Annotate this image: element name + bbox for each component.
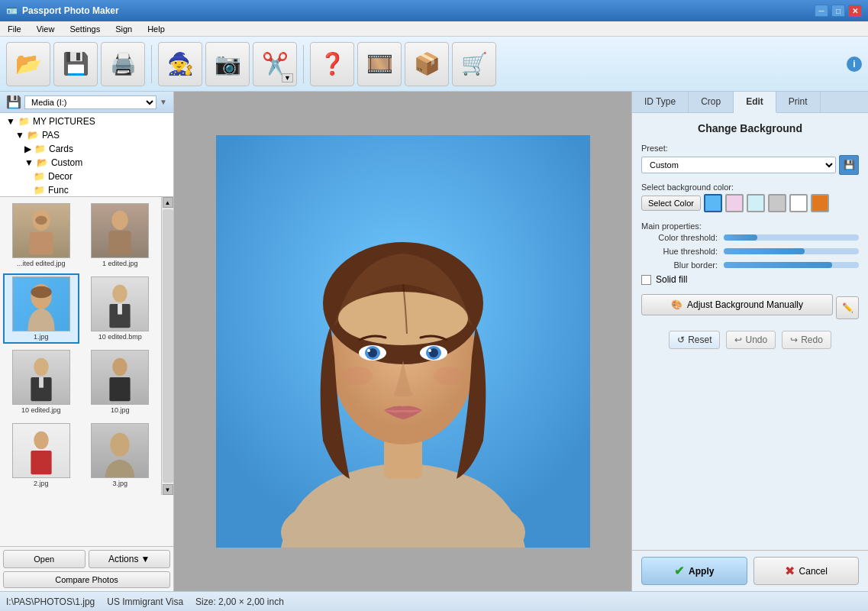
tree-label-func: Func	[48, 185, 69, 196]
toolbar-wizard[interactable]: 🧙	[158, 42, 202, 86]
toolbar-help[interactable]: ❓	[310, 42, 354, 86]
dropdown-arrow: ▼	[160, 98, 167, 106]
redo-button[interactable]: ↪ Redo	[782, 331, 831, 349]
tree-item-cards[interactable]: ▶ 📁 Cards	[0, 142, 173, 156]
svg-point-10	[34, 358, 48, 376]
solid-fill-checkbox[interactable]	[641, 275, 651, 285]
menu-sign[interactable]: Sign	[111, 23, 137, 35]
thumbnail-item-8[interactable]: 3.jpg	[82, 420, 159, 490]
toolbar-film[interactable]: 🎞️	[357, 42, 402, 86]
folder-icon-func: 📁	[34, 185, 45, 196]
menu-file[interactable]: File	[3, 23, 26, 35]
toolbar-export[interactable]: 📦	[405, 42, 449, 86]
redo-icon: ↪	[790, 335, 798, 345]
scroll-up-button[interactable]: ▲	[163, 197, 173, 208]
status-bar: I:\PAS\PHOTOS\1.jpg US Immigrant Visa Si…	[0, 591, 868, 611]
thumbnail-item-1[interactable]: ...ited edited.jpg	[3, 200, 79, 270]
status-visa-type: US Immigrant Visa	[107, 596, 183, 607]
actions-button[interactable]: Actions ▼	[89, 550, 171, 568]
tree-label-pas: PAS	[42, 130, 60, 141]
thumbnail-img-6	[91, 350, 149, 405]
tab-bar: ID Type Crop Edit Print	[632, 92, 868, 113]
color-swatch-lightblue[interactable]	[747, 194, 765, 212]
tree-item-mypictures[interactable]: ▼ 📁 MY PICTURES	[0, 115, 173, 128]
color-swatch-blue[interactable]	[704, 194, 722, 212]
thumbnail-item-9[interactable]: extra1.jpg	[3, 493, 79, 495]
compare-photos-button[interactable]: Compare Photos	[3, 571, 170, 588]
svg-rect-4	[109, 231, 131, 254]
thumbnail-label-3: 1.jpg	[34, 333, 49, 341]
tree-view[interactable]: ▼ 📁 MY PICTURES ▼ 📂 PAS ▶ 📁 Cards ▼ 📂 Cu…	[0, 113, 173, 197]
color-swatch-pink[interactable]	[725, 194, 744, 212]
svg-rect-9	[118, 304, 122, 315]
svg-rect-1	[29, 232, 53, 254]
toolbar-print[interactable]: 🖨️	[101, 42, 145, 86]
toolbar-crop[interactable]: ✂️ ▼	[253, 42, 297, 86]
app-title: Passport Photo Maker	[22, 5, 119, 16]
thumbnail-area[interactable]: ...ited edited.jpg 1 edited.jpg	[0, 197, 161, 495]
undo-button[interactable]: ↩ Undo	[726, 331, 776, 349]
scroll-down-button[interactable]: ▼	[163, 484, 173, 495]
crop-dropdown-arrow[interactable]: ▼	[282, 73, 293, 82]
reset-button[interactable]: ↺ Reset	[669, 331, 720, 349]
svg-point-7	[113, 285, 127, 302]
thumbnail-item-6[interactable]: 10.jpg	[82, 347, 159, 417]
tab-print[interactable]: Print	[776, 92, 821, 112]
preset-select[interactable]: Custom White Light Blue Grey None	[641, 157, 836, 173]
tree-item-pas[interactable]: ▼ 📂 PAS	[0, 128, 173, 142]
select-color-button[interactable]: Select Color	[641, 196, 701, 211]
svg-rect-14	[110, 377, 131, 401]
maximize-button[interactable]: □	[831, 5, 845, 17]
open-button[interactable]: Open	[3, 550, 86, 568]
tab-id-type[interactable]: ID Type	[632, 92, 689, 112]
tree-item-func[interactable]: 📁 Func	[0, 183, 173, 197]
cancel-button[interactable]: ✖ Cancel	[753, 557, 860, 585]
close-button[interactable]: ✕	[848, 5, 862, 17]
hue-threshold-slider[interactable]	[724, 248, 859, 254]
blur-border-row: Blur border:	[641, 260, 859, 270]
apply-button[interactable]: ✔ Apply	[641, 557, 747, 585]
toolbar-camera[interactable]: 📷	[205, 42, 250, 86]
drive-select[interactable]: Media (I:)	[24, 95, 156, 109]
thumbnail-item-10[interactable]: extra2.jpg	[82, 493, 159, 495]
menu-settings[interactable]: Settings	[65, 23, 105, 35]
toolbar-cart[interactable]: 🛒	[452, 42, 496, 86]
tab-edit[interactable]: Edit	[734, 92, 776, 113]
toolbar-save[interactable]: 💾	[53, 42, 98, 86]
thumbnail-item-4[interactable]: 10 edited.bmp	[82, 273, 159, 344]
thumb-svg-7	[13, 423, 69, 478]
blur-border-slider[interactable]	[724, 262, 859, 268]
adjust-bg-button[interactable]: 🎨 Adjust Background Manually	[641, 294, 833, 315]
color-threshold-fill	[724, 234, 757, 241]
thumbnail-item-7[interactable]: 2.jpg	[3, 420, 79, 490]
pencil-button[interactable]: ✏️	[836, 296, 859, 319]
color-threshold-slider[interactable]	[724, 234, 859, 241]
color-selection-row: Select Color	[641, 194, 859, 212]
thumbnail-item-5[interactable]: 10 edited.jpg	[3, 347, 79, 417]
color-swatch-white[interactable]	[789, 194, 808, 212]
tree-item-custom[interactable]: ▼ 📂 Custom	[0, 156, 173, 170]
svg-point-39	[342, 367, 373, 385]
folder-icon-custom: 📂	[37, 157, 48, 168]
color-swatch-grey[interactable]	[768, 194, 786, 212]
title-bar-controls[interactable]: ─ □ ✕	[815, 5, 862, 17]
blur-border-label: Blur border:	[641, 260, 718, 270]
toolbar-open[interactable]: 📂	[6, 42, 50, 86]
menu-help[interactable]: Help	[143, 23, 169, 35]
color-swatch-orange[interactable]	[811, 194, 829, 212]
info-icon[interactable]: i	[847, 57, 862, 72]
thumbnail-scrollbar[interactable]: ▲ ▼	[161, 197, 173, 495]
menu-view[interactable]: View	[32, 23, 60, 35]
info-area: i	[847, 57, 862, 72]
wizard-icon: 🧙	[167, 51, 194, 76]
tree-item-decor[interactable]: 📁 Decor	[0, 170, 173, 183]
thumbnail-item-3[interactable]: 1.jpg	[3, 273, 79, 344]
save-preset-button[interactable]: 💾	[839, 155, 859, 175]
status-path: I:\PAS\PHOTOS\1.jpg	[6, 596, 95, 607]
tab-crop[interactable]: Crop	[689, 92, 734, 112]
photo-container	[216, 135, 590, 548]
thumbnail-label-8: 3.jpg	[112, 480, 127, 487]
thumbnail-item-2[interactable]: 1 edited.jpg	[82, 200, 159, 270]
minimize-button[interactable]: ─	[815, 5, 828, 17]
solid-fill-row: Solid fill	[641, 274, 859, 285]
